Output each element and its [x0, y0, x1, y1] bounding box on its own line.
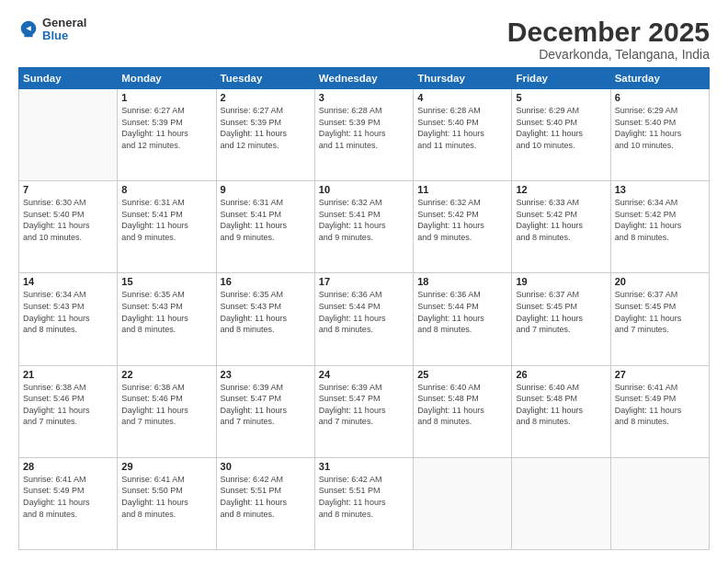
day-number: 29: [121, 461, 211, 472]
day-number: 5: [516, 92, 606, 103]
day-info: Sunrise: 6:34 AM Sunset: 5:43 PM Dayligh…: [23, 289, 113, 335]
day-number: 20: [615, 276, 705, 287]
day-info: Sunrise: 6:30 AM Sunset: 5:40 PM Dayligh…: [23, 197, 113, 243]
day-info: Sunrise: 6:39 AM Sunset: 5:47 PM Dayligh…: [319, 382, 409, 428]
day-number: 16: [221, 276, 311, 287]
day-info: Sunrise: 6:29 AM Sunset: 5:40 PM Dayligh…: [615, 105, 705, 151]
calendar-cell: 8Sunrise: 6:31 AM Sunset: 5:41 PM Daylig…: [118, 181, 216, 273]
day-info: Sunrise: 6:37 AM Sunset: 5:45 PM Dayligh…: [516, 289, 606, 335]
day-info: Sunrise: 6:40 AM Sunset: 5:48 PM Dayligh…: [516, 382, 606, 428]
day-number: 25: [417, 369, 507, 380]
day-number: 2: [221, 92, 311, 103]
day-info: Sunrise: 6:41 AM Sunset: 5:49 PM Dayligh…: [615, 382, 705, 428]
header: General Blue December 2025 Devarkonda, T…: [18, 17, 710, 62]
calendar-cell: 30Sunrise: 6:42 AM Sunset: 5:51 PM Dayli…: [216, 457, 314, 549]
day-number: 22: [121, 369, 211, 380]
calendar-cell: 21Sunrise: 6:38 AM Sunset: 5:46 PM Dayli…: [19, 365, 118, 457]
calendar-cell: [610, 457, 709, 549]
logo-blue: Blue: [42, 29, 86, 42]
day-info: Sunrise: 6:27 AM Sunset: 5:39 PM Dayligh…: [221, 105, 311, 151]
calendar-cell: 17Sunrise: 6:36 AM Sunset: 5:44 PM Dayli…: [314, 273, 413, 365]
calendar-cell: 12Sunrise: 6:33 AM Sunset: 5:42 PM Dayli…: [512, 181, 610, 273]
logo-icon: [18, 19, 39, 40]
day-number: 13: [615, 184, 705, 195]
calendar-cell: 14Sunrise: 6:34 AM Sunset: 5:43 PM Dayli…: [19, 273, 118, 365]
day-info: Sunrise: 6:36 AM Sunset: 5:44 PM Dayligh…: [417, 289, 507, 335]
col-thursday: Thursday: [414, 68, 512, 89]
day-info: Sunrise: 6:31 AM Sunset: 5:41 PM Dayligh…: [121, 197, 211, 243]
calendar-cell: 16Sunrise: 6:35 AM Sunset: 5:43 PM Dayli…: [216, 273, 314, 365]
calendar-cell: 15Sunrise: 6:35 AM Sunset: 5:43 PM Dayli…: [118, 273, 216, 365]
day-info: Sunrise: 6:39 AM Sunset: 5:47 PM Dayligh…: [221, 382, 311, 428]
day-number: 1: [121, 92, 211, 103]
calendar-cell: 25Sunrise: 6:40 AM Sunset: 5:48 PM Dayli…: [414, 365, 512, 457]
calendar-cell: 22Sunrise: 6:38 AM Sunset: 5:46 PM Dayli…: [118, 365, 216, 457]
calendar-week-1: 7Sunrise: 6:30 AM Sunset: 5:40 PM Daylig…: [19, 181, 710, 273]
calendar-cell: 28Sunrise: 6:41 AM Sunset: 5:49 PM Dayli…: [19, 457, 118, 549]
calendar-cell: [19, 89, 118, 181]
calendar-week-4: 28Sunrise: 6:41 AM Sunset: 5:49 PM Dayli…: [19, 457, 710, 549]
page: General Blue December 2025 Devarkonda, T…: [0, 0, 728, 563]
day-number: 3: [319, 92, 409, 103]
day-number: 7: [23, 184, 113, 195]
day-info: Sunrise: 6:34 AM Sunset: 5:42 PM Dayligh…: [615, 197, 705, 243]
logo: General Blue: [18, 17, 86, 43]
calendar-cell: 27Sunrise: 6:41 AM Sunset: 5:49 PM Dayli…: [610, 365, 709, 457]
calendar-cell: 11Sunrise: 6:32 AM Sunset: 5:42 PM Dayli…: [414, 181, 512, 273]
day-info: Sunrise: 6:42 AM Sunset: 5:51 PM Dayligh…: [319, 474, 409, 520]
calendar-cell: 6Sunrise: 6:29 AM Sunset: 5:40 PM Daylig…: [610, 89, 709, 181]
logo-general: General: [42, 17, 86, 29]
col-monday: Monday: [118, 68, 216, 89]
calendar-cell: 26Sunrise: 6:40 AM Sunset: 5:48 PM Dayli…: [512, 365, 610, 457]
col-tuesday: Tuesday: [216, 68, 314, 89]
day-info: Sunrise: 6:37 AM Sunset: 5:45 PM Dayligh…: [615, 289, 705, 335]
title-block: December 2025 Devarkonda, Telangana, Ind…: [507, 17, 710, 62]
day-number: 28: [23, 461, 113, 472]
day-number: 21: [23, 369, 113, 380]
day-info: Sunrise: 6:28 AM Sunset: 5:40 PM Dayligh…: [417, 105, 507, 151]
day-number: 9: [221, 184, 311, 195]
day-number: 8: [121, 184, 211, 195]
calendar-cell: 3Sunrise: 6:28 AM Sunset: 5:39 PM Daylig…: [314, 89, 413, 181]
day-info: Sunrise: 6:35 AM Sunset: 5:43 PM Dayligh…: [121, 289, 211, 335]
calendar-table: Sunday Monday Tuesday Wednesday Thursday…: [18, 67, 710, 550]
calendar-cell: [512, 457, 610, 549]
calendar-cell: 29Sunrise: 6:41 AM Sunset: 5:50 PM Dayli…: [118, 457, 216, 549]
day-number: 19: [516, 276, 606, 287]
calendar-cell: 4Sunrise: 6:28 AM Sunset: 5:40 PM Daylig…: [414, 89, 512, 181]
logo-text: General Blue: [42, 17, 86, 43]
calendar-cell: 31Sunrise: 6:42 AM Sunset: 5:51 PM Dayli…: [314, 457, 413, 549]
day-number: 27: [615, 369, 705, 380]
day-number: 30: [221, 461, 311, 472]
calendar-week-3: 21Sunrise: 6:38 AM Sunset: 5:46 PM Dayli…: [19, 365, 710, 457]
col-saturday: Saturday: [610, 68, 709, 89]
day-number: 10: [319, 184, 409, 195]
calendar-cell: 19Sunrise: 6:37 AM Sunset: 5:45 PM Dayli…: [512, 273, 610, 365]
day-number: 12: [516, 184, 606, 195]
col-sunday: Sunday: [19, 68, 118, 89]
calendar-week-0: 1Sunrise: 6:27 AM Sunset: 5:39 PM Daylig…: [19, 89, 710, 181]
subtitle: Devarkonda, Telangana, India: [507, 47, 710, 62]
day-info: Sunrise: 6:38 AM Sunset: 5:46 PM Dayligh…: [121, 382, 211, 428]
day-number: 24: [319, 369, 409, 380]
calendar-cell: 7Sunrise: 6:30 AM Sunset: 5:40 PM Daylig…: [19, 181, 118, 273]
day-info: Sunrise: 6:31 AM Sunset: 5:41 PM Dayligh…: [221, 197, 311, 243]
calendar-cell: 13Sunrise: 6:34 AM Sunset: 5:42 PM Dayli…: [610, 181, 709, 273]
day-number: 11: [417, 184, 507, 195]
calendar-cell: 2Sunrise: 6:27 AM Sunset: 5:39 PM Daylig…: [216, 89, 314, 181]
calendar-cell: 10Sunrise: 6:32 AM Sunset: 5:41 PM Dayli…: [314, 181, 413, 273]
calendar-cell: 5Sunrise: 6:29 AM Sunset: 5:40 PM Daylig…: [512, 89, 610, 181]
day-info: Sunrise: 6:28 AM Sunset: 5:39 PM Dayligh…: [319, 105, 409, 151]
day-info: Sunrise: 6:41 AM Sunset: 5:49 PM Dayligh…: [23, 474, 113, 520]
calendar-week-2: 14Sunrise: 6:34 AM Sunset: 5:43 PM Dayli…: [19, 273, 710, 365]
day-number: 31: [319, 461, 409, 472]
day-info: Sunrise: 6:32 AM Sunset: 5:42 PM Dayligh…: [417, 197, 507, 243]
day-info: Sunrise: 6:42 AM Sunset: 5:51 PM Dayligh…: [221, 474, 311, 520]
day-info: Sunrise: 6:32 AM Sunset: 5:41 PM Dayligh…: [319, 197, 409, 243]
col-friday: Friday: [512, 68, 610, 89]
day-number: 26: [516, 369, 606, 380]
calendar-cell: 24Sunrise: 6:39 AM Sunset: 5:47 PM Dayli…: [314, 365, 413, 457]
day-number: 17: [319, 276, 409, 287]
day-info: Sunrise: 6:27 AM Sunset: 5:39 PM Dayligh…: [121, 105, 211, 151]
day-info: Sunrise: 6:35 AM Sunset: 5:43 PM Dayligh…: [221, 289, 311, 335]
